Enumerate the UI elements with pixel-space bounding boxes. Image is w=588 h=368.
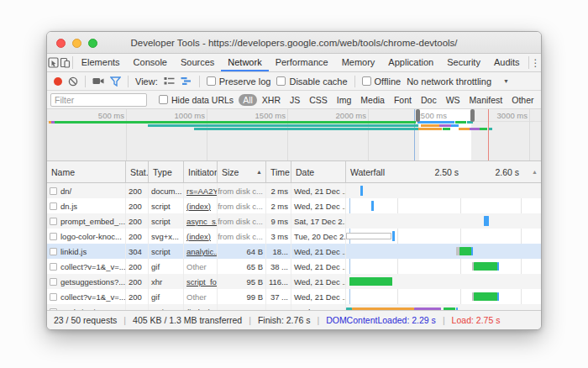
- file-icon: [50, 293, 57, 301]
- use-large-rows-button[interactable]: [164, 76, 175, 86]
- initiator-link[interactable]: script_fo...: [186, 277, 218, 287]
- initiator-link[interactable]: analytic...: [186, 247, 218, 256]
- minimize-button[interactable]: [72, 39, 81, 48]
- filter-toggle-button[interactable]: [110, 76, 121, 87]
- divider: [72, 56, 73, 69]
- cell-date: Wed, 21 Dec ...: [291, 244, 346, 259]
- cell-initiator: Other: [184, 259, 218, 274]
- waterfall-time-label: 2.60 s: [486, 161, 519, 182]
- resource-type-filters: AllXHRJSCSSImgMediaFontDocWSManifestOthe…: [239, 94, 538, 106]
- initiator-text: Other: [186, 292, 207, 302]
- filter-pill-css[interactable]: CSS: [305, 94, 332, 106]
- filter-pill-img[interactable]: Img: [333, 94, 356, 106]
- tab-network[interactable]: Network: [221, 54, 268, 71]
- tab-application[interactable]: Application: [381, 54, 440, 71]
- cell-waterfall: [346, 213, 541, 229]
- table-row[interactable]: analytics.js 200 script (index) 108 B 30…: [47, 304, 541, 310]
- cell-name: linkid.js: [47, 244, 126, 259]
- overview-tick-label: 1000 ms: [168, 111, 205, 120]
- initiator-link[interactable]: (index): [186, 202, 211, 211]
- table-row[interactable]: dn/ 200 docum... rs=AA2Y... (from disk c…: [47, 183, 541, 198]
- show-overview-button[interactable]: [181, 76, 192, 86]
- separator: |: [123, 315, 126, 325]
- table-row[interactable]: collect?v=1&_v=... 200 gif Other 99 B 37…: [47, 289, 541, 304]
- cell-type: script: [149, 213, 184, 229]
- hide-data-urls-checkbox[interactable]: Hide data URLs: [159, 95, 234, 105]
- column-header-size[interactable]: Size ▲: [218, 161, 266, 182]
- column-header-status[interactable]: Stat...: [126, 161, 149, 182]
- table-row[interactable]: linkid.js 304 script analytic... 64 B 18…: [47, 244, 541, 259]
- column-header-time[interactable]: Time: [266, 161, 291, 182]
- cell-initiator: (index): [184, 304, 218, 310]
- cell-type: script: [149, 198, 184, 213]
- filter-pill-manifest[interactable]: Manifest: [465, 94, 507, 106]
- cell-type: gif: [149, 289, 184, 304]
- overview-bar-segment: [480, 128, 487, 130]
- inspect-element-button[interactable]: [47, 54, 59, 71]
- filter-pill-media[interactable]: Media: [356, 94, 389, 106]
- table-row[interactable]: dn.js 200 script (index) (from disk c...…: [47, 198, 541, 213]
- column-header-waterfall[interactable]: Waterfall 2.50 s2.60 s ▲: [346, 161, 541, 182]
- tab-sources[interactable]: Sources: [174, 54, 221, 71]
- tab-audits[interactable]: Audits: [487, 54, 527, 71]
- table-row[interactable]: getsuggestions?... 200 xhr script_fo... …: [47, 274, 541, 289]
- initiator-link[interactable]: rs=AA2Y...: [186, 187, 218, 196]
- filter-pill-xhr[interactable]: XHR: [258, 94, 285, 106]
- preserve-log-checkbox[interactable]: Preserve log: [207, 76, 271, 87]
- network-throttling-select[interactable]: No network throttling ▼: [407, 76, 509, 87]
- initiator-link[interactable]: (index): [186, 232, 211, 241]
- cell-name: dn.js: [47, 198, 126, 213]
- tab-memory[interactable]: Memory: [335, 54, 382, 71]
- cell-waterfall: [346, 259, 541, 274]
- table-row[interactable]: prompt_embed_... 200 script async_s... (…: [47, 213, 541, 229]
- file-icon: [50, 187, 57, 195]
- waterfall-bar: [459, 247, 471, 255]
- capture-screenshots-button[interactable]: [92, 76, 104, 86]
- filter-pill-doc[interactable]: Doc: [417, 94, 441, 106]
- selection-right-handle[interactable]: [470, 109, 475, 122]
- column-header-date[interactable]: Date: [291, 161, 346, 182]
- cell-type: script: [149, 304, 184, 310]
- cell-size: (from disk c...: [218, 183, 266, 198]
- cell-name: prompt_embed_...: [47, 213, 126, 229]
- tab-security[interactable]: Security: [440, 54, 487, 71]
- offline-checkbox[interactable]: Offline: [362, 76, 402, 87]
- disable-cache-checkbox[interactable]: Disable cache: [276, 76, 347, 87]
- filter-pill-ws[interactable]: WS: [442, 94, 465, 106]
- network-overview[interactable]: 500 ms1000 ms1500 ms2000 ms2500 ms3000 m…: [47, 109, 541, 161]
- filter-pill-all[interactable]: All: [239, 94, 257, 106]
- column-header-name[interactable]: Name: [47, 161, 126, 182]
- tab-performance[interactable]: Performance: [269, 54, 335, 71]
- record-button[interactable]: [54, 77, 62, 86]
- initiator-link[interactable]: async_s...: [186, 217, 218, 226]
- table-row[interactable]: logo-color-knoc... 200 svg+x... (index) …: [47, 229, 541, 244]
- overview-bar-segment: [418, 128, 442, 130]
- more-options-button[interactable]: ⋮: [530, 54, 541, 71]
- cell-time: 18...: [266, 244, 291, 259]
- devtools-window: Developer Tools - https://developers.goo…: [46, 31, 542, 330]
- table-row[interactable]: collect?v=1&_v=... 200 gif Other 65 B 38…: [47, 259, 541, 274]
- checkbox-icon: [207, 76, 216, 86]
- column-header-initiator[interactable]: Initiator: [184, 161, 218, 182]
- filter-input[interactable]: [50, 93, 147, 107]
- overview-gridline: [207, 109, 207, 160]
- tab-console[interactable]: Console: [127, 54, 174, 71]
- cell-date: Wed, 21 Dec ...: [291, 183, 346, 198]
- overview-bar-segment: [194, 128, 418, 130]
- selection-left-handle[interactable]: [416, 109, 420, 122]
- filter-pill-font[interactable]: Font: [390, 94, 416, 106]
- overview-tick-label: 3000 ms: [491, 111, 528, 120]
- clear-button[interactable]: [68, 76, 78, 87]
- tab-elements[interactable]: Elements: [75, 54, 127, 71]
- cell-time: 38 ...: [266, 259, 291, 274]
- device-toolbar-button[interactable]: [59, 54, 71, 71]
- filter-pill-other[interactable]: Other: [507, 94, 538, 106]
- close-button[interactable]: [56, 39, 66, 48]
- scroll-up-icon[interactable]: ▲: [532, 169, 538, 175]
- filter-pill-js[interactable]: JS: [286, 94, 304, 106]
- column-header-type[interactable]: Type: [149, 161, 184, 182]
- zoom-button[interactable]: [88, 39, 97, 48]
- initiator-link[interactable]: (index): [186, 308, 211, 311]
- cell-initiator: async_s...: [184, 213, 218, 229]
- overview-bar-segment: [417, 121, 454, 124]
